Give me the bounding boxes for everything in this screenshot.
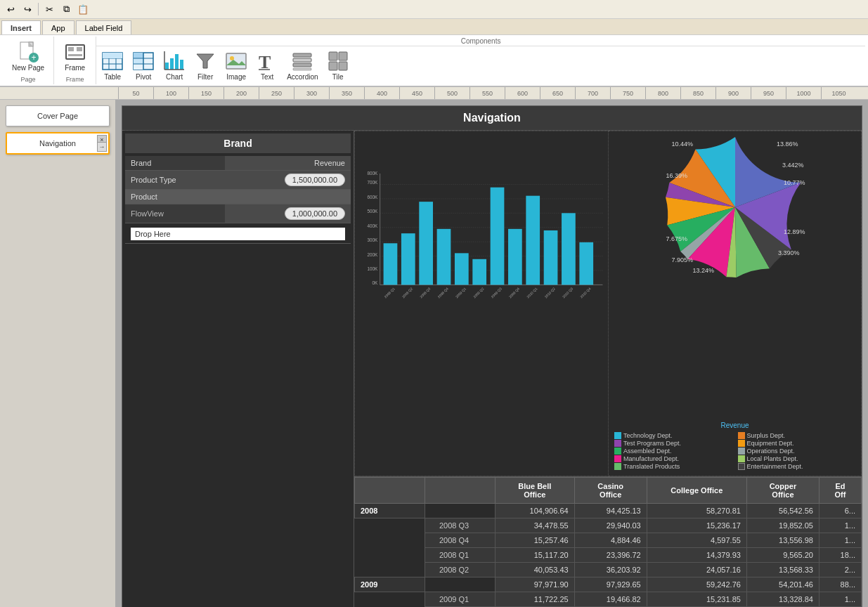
components-label: Components (96, 37, 865, 46)
brand-title: Brand (125, 133, 351, 153)
svg-text:2009 Q3: 2009 Q3 (491, 287, 503, 299)
svg-text:700K: 700K (367, 180, 378, 185)
val-2008q4-ed: 1... (819, 533, 861, 548)
ruler-mark: 150 (188, 87, 224, 100)
filter-icon (194, 50, 216, 72)
image-button[interactable]: Image (221, 48, 251, 83)
ruler-mark: 400 (364, 87, 399, 100)
quarter-cell-2008q1: 2008 Q1 (425, 548, 495, 563)
legend-label-tech: Technology Dept. (623, 432, 673, 439)
data-table: Blue BellOffice CasinoOffice College Off… (354, 477, 862, 607)
svg-rect-34 (293, 53, 311, 57)
table-button[interactable]: Table (98, 48, 127, 83)
text-button[interactable]: T Text (252, 48, 282, 83)
tab-app[interactable]: App (42, 20, 75, 34)
image-label: Image (226, 73, 246, 81)
table-header-row: Brand Revenue (125, 156, 351, 171)
frame-button[interactable]: Frame (60, 39, 90, 74)
quarter-empty (425, 577, 495, 592)
svg-text:2009 Q2: 2009 Q2 (473, 287, 485, 299)
newpage-icon: + (17, 41, 39, 63)
svg-text:2008 Q4: 2008 Q4 (437, 287, 449, 299)
val-2009q1-ca: 19,466.82 (574, 592, 647, 607)
small-toolbar: ↩ ↪ ✂ ⧉ 📋 (0, 0, 868, 19)
quarter-empty (425, 504, 495, 518)
svg-text:2008 Q3: 2008 Q3 (420, 287, 432, 299)
svg-rect-38 (329, 52, 337, 60)
svg-text:2010 Q1: 2010 Q1 (526, 287, 538, 299)
accordion-button[interactable]: Accordion (283, 48, 321, 83)
brand-table: Brand Revenue Product Type 1,500,000.00 … (125, 156, 351, 244)
legend-color-ops (738, 448, 745, 455)
tab-insert[interactable]: Insert (1, 20, 41, 34)
tile-button[interactable]: Tile (323, 48, 353, 83)
year-cell-2008: 2008 (355, 504, 425, 518)
th-quarter (425, 478, 495, 504)
tab-label-field[interactable]: Label Field (76, 20, 132, 34)
drop-here-cell[interactable]: Drop Here (125, 223, 351, 244)
val-2008q4-cu: 13,556.98 (746, 533, 819, 548)
svg-text:2008 Q1: 2008 Q1 (384, 287, 396, 299)
ruler-mark: 350 (329, 87, 364, 100)
drop-here-area[interactable]: Drop Here (131, 228, 345, 240)
bar-2010q4 (579, 242, 593, 285)
navigation-page-thumb[interactable]: × Navigation → (6, 132, 110, 155)
product-row: Product (125, 190, 351, 204)
legend-color-translated (614, 463, 621, 470)
val-2008q2-ed: 2... (819, 563, 861, 577)
redo-button[interactable]: ↪ (20, 1, 35, 17)
table-row: 2008 Q1 15,117.20 23,396.72 14,379.93 9,… (355, 548, 862, 563)
val-2009-co: 59,242.76 (647, 577, 746, 592)
legend-item-tech: Technology Dept. (614, 432, 732, 439)
svg-rect-8 (68, 54, 82, 56)
legend-color-test (614, 440, 621, 447)
group-page-buttons: + New Page (8, 38, 48, 74)
svg-text:+: + (32, 53, 37, 63)
chart-icon (163, 50, 186, 72)
filter-button[interactable]: Filter (190, 48, 220, 83)
legend-color-assembled (614, 448, 621, 455)
legend-item-ent: Entertainment Dept. (738, 463, 856, 470)
product-type-value: 1,500,000.00 (225, 171, 351, 190)
undo-button[interactable]: ↩ (3, 1, 18, 17)
svg-rect-14 (103, 53, 122, 58)
components-section: Components Table (96, 37, 865, 84)
bar-chart-area: 0K 100K 200K 300K 400K 500K 600K 700K 80… (354, 131, 609, 476)
flowview-pill[interactable]: 1,000,000.00 (285, 207, 345, 220)
chart-button[interactable]: Chart (160, 48, 189, 83)
val-2009-cu: 54,201.46 (746, 577, 819, 592)
expand-page-button[interactable]: → (97, 142, 107, 152)
page-title: Navigation (122, 106, 862, 131)
pivot-icon (132, 50, 155, 72)
year-empty (355, 533, 425, 548)
report-body: Brand Brand Revenue Product Type 1,500,0… (122, 131, 862, 607)
cut-button[interactable]: ✂ (41, 1, 57, 17)
th-year (355, 478, 425, 504)
svg-text:200K: 200K (367, 252, 378, 257)
quarter-cell-2008q4: 2008 Q4 (425, 533, 495, 548)
tile-label: Tile (332, 73, 344, 81)
pivot-button[interactable]: Pivot (129, 48, 158, 83)
chart-label: Chart (166, 73, 183, 81)
legend-label-ent: Entertainment Dept. (747, 463, 803, 470)
new-page-button[interactable]: + New Page (8, 39, 48, 74)
svg-text:2010 Q2: 2010 Q2 (544, 287, 556, 299)
cover-page-thumb[interactable]: Cover Page (6, 105, 110, 126)
table-row: 2008 104,906.64 94,425.13 58,270.81 56,5… (355, 504, 862, 518)
quarter-cell-2008q2: 2008 Q2 (425, 563, 495, 577)
image-icon (225, 50, 247, 72)
navigation-page-label: Navigation (13, 139, 103, 148)
legend-label-equip: Equipment Dept. (747, 440, 794, 447)
copy-button[interactable]: ⧉ (58, 1, 74, 17)
bar-2008q1 (384, 243, 398, 285)
val-2009-bb: 97,971.90 (495, 577, 575, 592)
legend-color-equip (738, 440, 745, 447)
svg-rect-6 (68, 47, 74, 51)
separator (38, 3, 39, 15)
svg-text:400K: 400K (367, 223, 378, 228)
svg-rect-41 (339, 62, 347, 70)
product-type-pill[interactable]: 1,500,000.00 (285, 174, 345, 186)
report-page: Navigation Brand Brand Revenue Product T… (122, 105, 862, 607)
svg-rect-29 (226, 53, 246, 69)
paste-button[interactable]: 📋 (75, 1, 91, 17)
